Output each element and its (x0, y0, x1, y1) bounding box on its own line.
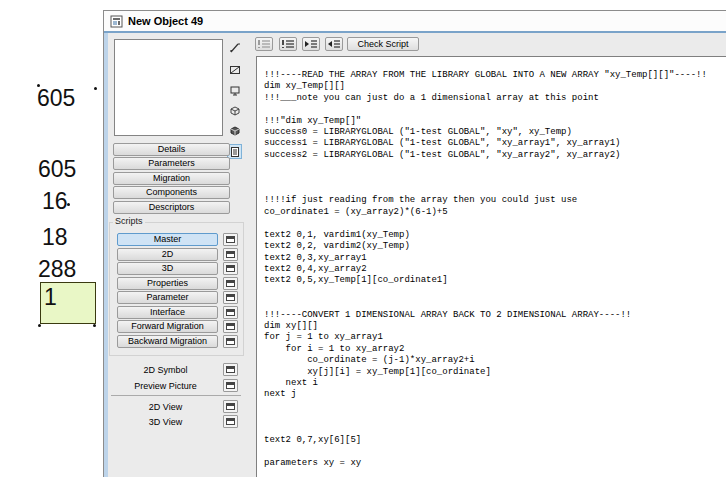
window-frame-strip (104, 33, 108, 477)
properties-script-button[interactable]: Properties (117, 277, 218, 290)
3d-script-button[interactable]: 3D (117, 262, 218, 275)
indent-left-icon (327, 39, 341, 49)
open-2d-window-button[interactable] (223, 248, 238, 261)
window-icon (226, 382, 235, 389)
window-icon (226, 338, 235, 345)
window-icon (226, 366, 235, 373)
screen: 605 605 16 18 288 1 New Object 49 (0, 0, 726, 477)
migration-button[interactable]: Migration (113, 172, 230, 185)
plan-text-value: 16 (42, 188, 68, 215)
plan-text-value: 605 (37, 85, 75, 112)
open-interface-window-button[interactable] (223, 306, 238, 319)
parameter-script-button[interactable]: Parameter (117, 291, 218, 304)
hotspot-dot[interactable] (67, 203, 70, 206)
backward-migration-script-button[interactable]: Backward Migration (117, 335, 218, 348)
hotspot-dot[interactable] (38, 324, 41, 327)
window-icon (226, 251, 235, 258)
window-titlebar[interactable]: New Object 49 (104, 11, 726, 31)
window-icon (226, 236, 235, 243)
forward-migration-script-button[interactable]: Forward Migration (117, 320, 218, 333)
details-button[interactable]: Details (113, 143, 230, 156)
hotspot-dot[interactable] (94, 87, 97, 90)
open-forward-migration-window-button[interactable] (223, 320, 238, 333)
uncomment-lines-button[interactable] (279, 37, 297, 51)
window-title: New Object 49 (128, 15, 203, 27)
components-button[interactable]: Components (113, 186, 230, 199)
scripts-group-label: Scripts (113, 216, 145, 226)
window-icon (226, 294, 235, 301)
comment-lines-icon (257, 39, 271, 49)
window-icon (226, 323, 235, 330)
hotspot-pencil-icon[interactable] (227, 40, 242, 55)
window-icon (226, 309, 235, 316)
open-2d-view-window-button[interactable] (223, 400, 238, 413)
plan-text-value: 605 (38, 156, 76, 183)
indent-right-icon (304, 39, 318, 49)
interface-script-button[interactable]: Interface (117, 306, 218, 319)
parameters-button[interactable]: Parameters (113, 157, 230, 170)
sidebar-divider (111, 395, 241, 396)
descriptors-button[interactable]: Descriptors (113, 201, 230, 214)
2d-symbol-label: 2D Symbol (113, 365, 218, 375)
script-code[interactable]: !!!----READ THE ARRAY FROM THE LIBRARY G… (264, 70, 726, 469)
titlebar-accent (104, 31, 726, 33)
preview-picture-label: Preview Picture (113, 381, 218, 391)
indent-left-button[interactable] (325, 37, 343, 51)
window-icon (226, 418, 235, 425)
plan-rectangle[interactable]: 1 (40, 282, 96, 324)
solid-cube-icon[interactable] (227, 123, 242, 138)
open-backward-migration-window-button[interactable] (223, 335, 238, 348)
master-script-button[interactable]: Master (117, 233, 218, 246)
window-icon (226, 403, 235, 410)
check-script-button[interactable]: Check Script (347, 37, 419, 51)
uncomment-lines-icon (281, 39, 295, 49)
open-properties-window-button[interactable] (223, 277, 238, 290)
window-icon (226, 265, 235, 272)
plan-text-value: 1 (44, 284, 57, 311)
preview-box (114, 39, 223, 136)
wireframe-cube-icon[interactable] (227, 103, 242, 118)
2d-script-button[interactable]: 2D (117, 248, 218, 261)
open-parameter-window-button[interactable] (223, 291, 238, 304)
comment-lines-button[interactable] (255, 37, 273, 51)
2d-view-label: 2D View (113, 402, 218, 412)
open-preview-picture-window-button[interactable] (223, 379, 238, 392)
script-editor[interactable]: !!!----READ THE ARRAY FROM THE LIBRARY G… (256, 56, 726, 477)
plan-text-value: 18 (42, 224, 68, 251)
gdl-object-icon (110, 15, 123, 28)
open-master-window-button[interactable] (223, 233, 238, 246)
hotspot-dot[interactable] (93, 324, 96, 327)
open-3d-view-window-button[interactable] (223, 415, 238, 428)
3d-view-label: 3D View (113, 417, 218, 427)
slashed-rectangle-icon[interactable] (227, 62, 242, 77)
open-2d-symbol-window-button[interactable] (223, 363, 238, 376)
gdl-editor-window: New Object 49 Details Parameters Migrati… (103, 10, 726, 477)
monitor-icon[interactable] (227, 83, 242, 98)
window-icon (226, 280, 235, 287)
plan-text-value: 288 (38, 256, 76, 283)
open-3d-window-button[interactable] (223, 262, 238, 275)
hotspot-dot[interactable] (37, 84, 40, 87)
indent-right-button[interactable] (302, 37, 320, 51)
